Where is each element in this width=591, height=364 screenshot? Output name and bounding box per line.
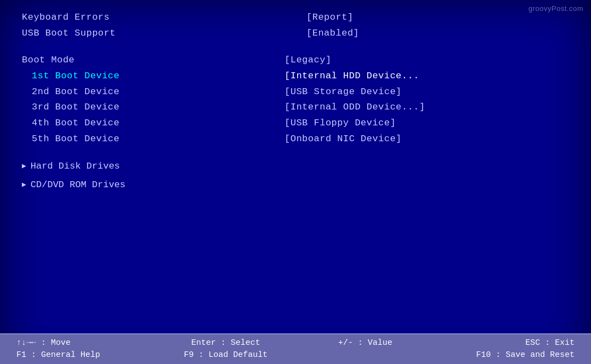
status-select: Enter : Select F9 : Load Default [156, 337, 296, 362]
hard-disk-drives-label: Hard Disk Drives [31, 157, 120, 176]
status-save-reset-line2: F10 : Save and Reset [435, 349, 575, 362]
usb-boot-support-value: [Enabled] [306, 26, 569, 42]
status-bar: ↑↓→← : Move F1 : General Help Enter : Se… [0, 333, 591, 364]
status-move-line1: ↑↓→← : Move [16, 337, 156, 350]
status-select-line2: F9 : Load Default [156, 349, 296, 362]
bios-screen: groovyPost.com Keyboard Errors USB Boot … [0, 0, 591, 364]
3rd-boot-device-label[interactable]: 3rd Boot Device [22, 100, 285, 115]
status-value-line2 [296, 349, 435, 362]
5th-boot-device-label[interactable]: 5th Boot Device [22, 131, 285, 147]
status-value: +/- : Value [296, 337, 435, 362]
1st-boot-device-value: [Internal HDD Device... [285, 68, 569, 84]
hard-disk-drives-item[interactable]: ▶ Hard Disk Drives [22, 157, 569, 176]
top-section: Keyboard Errors USB Boot Support [Report… [22, 10, 569, 42]
1st-boot-device-label[interactable]: 1st Boot Device [22, 68, 285, 84]
5th-boot-device-value: [Onboard NIC Device] [285, 131, 569, 147]
status-value-line1: +/- : Value [296, 337, 435, 350]
keyboard-errors-label[interactable]: Keyboard Errors [22, 10, 285, 26]
usb-boot-support-label[interactable]: USB Boot Support [22, 26, 285, 42]
hard-disk-arrow-icon: ▶ [22, 159, 26, 174]
submenu-section: ▶ Hard Disk Drives ▶ CD/DVD ROM Drives [22, 157, 569, 194]
cdvdrom-drives-item[interactable]: ▶ CD/DVD ROM Drives [22, 176, 569, 194]
boot-mode-label[interactable]: Boot Mode [22, 53, 285, 68]
2nd-boot-device-value: [USB Storage Device] [285, 84, 569, 100]
2nd-boot-device-label[interactable]: 2nd Boot Device [22, 84, 285, 100]
status-select-line1: Enter : Select [156, 337, 296, 350]
4th-boot-device-label[interactable]: 4th Boot Device [22, 115, 285, 131]
keyboard-errors-value: [Report] [306, 10, 569, 26]
top-right-values: [Report] [Enabled] [306, 10, 569, 42]
4th-boot-device-value: [USB Floppy Device] [285, 115, 569, 131]
boot-section: Boot Mode 1st Boot Device 2nd Boot Devic… [22, 53, 569, 147]
top-left-labels: Keyboard Errors USB Boot Support [22, 10, 285, 42]
status-move: ↑↓→← : Move F1 : General Help [16, 337, 156, 362]
boot-mode-value: [Legacy] [285, 53, 569, 68]
status-exit-line1: ESC : Exit [435, 337, 575, 350]
boot-right-values: [Legacy] [Internal HDD Device... [USB St… [285, 53, 569, 147]
3rd-boot-device-value: [Internal ODD Device...] [285, 100, 569, 115]
cdvdrom-arrow-icon: ▶ [22, 178, 26, 192]
boot-left-labels: Boot Mode 1st Boot Device 2nd Boot Devic… [22, 53, 285, 147]
cdvdrom-drives-label: CD/DVD ROM Drives [31, 176, 125, 194]
main-content: Keyboard Errors USB Boot Support [Report… [0, 0, 591, 333]
status-exit: ESC : Exit F10 : Save and Reset [435, 337, 575, 362]
status-move-line2: F1 : General Help [16, 349, 156, 362]
